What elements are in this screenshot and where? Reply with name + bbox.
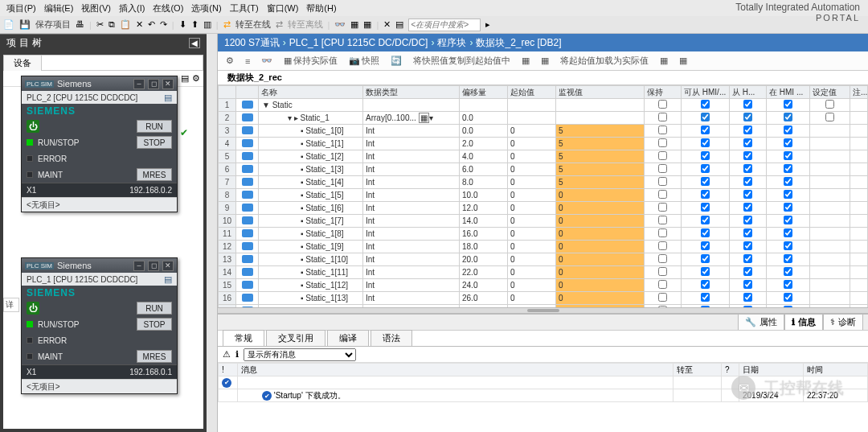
table-row[interactable]: 4▪ Static_1[1]Int2.005 — [219, 138, 868, 150]
run-button[interactable]: RUN — [137, 120, 172, 133]
menu-project[interactable]: 项目(P) — [3, 1, 39, 16]
tb-icon[interactable]: ▦ — [676, 54, 690, 68]
tb-icon[interactable]: ⚙ — [223, 54, 237, 68]
table-row[interactable]: 14▪ Static_1[11]Int22.000 — [219, 266, 868, 279]
filter-icon2[interactable]: ℹ — [235, 349, 239, 360]
tb-icon[interactable]: 🔄 — [387, 54, 405, 68]
col-date[interactable]: 日期 — [739, 364, 804, 376]
msg-tab-xref[interactable]: 交叉引用 — [266, 330, 326, 346]
go-online-button[interactable]: 转至在线 — [235, 19, 271, 31]
msg-tab-compile[interactable]: 编译 — [327, 330, 369, 346]
table-row[interactable]: 6▪ Static_1[3]Int6.005 — [219, 163, 868, 176]
table-row[interactable]: 5▪ Static_1[2]Int4.005 — [219, 150, 868, 163]
crumb-project[interactable]: 1200 S7通讯 — [224, 36, 280, 50]
download-icon[interactable]: ⬇ — [179, 20, 186, 29]
msg-tab-syntax[interactable]: 语法 — [371, 330, 412, 346]
table-row[interactable]: 10▪ Static_1[7]Int14.000 — [219, 215, 868, 228]
col-header[interactable]: 可从 HMI/... — [682, 86, 730, 99]
upload-icon[interactable]: ⬆ — [191, 20, 199, 29]
collapse-strip[interactable] — [207, 34, 218, 432]
keep-actual-button[interactable]: ▦保持实际值 — [280, 53, 341, 68]
filter-icon[interactable]: ⚠ — [223, 349, 231, 360]
redo-icon[interactable]: ↷ — [160, 20, 167, 29]
col-header[interactable] — [219, 86, 236, 99]
close-icon[interactable]: ✕ — [162, 261, 174, 271]
col-header[interactable]: 在 HMI ... — [767, 86, 810, 99]
col-header[interactable]: 偏移量 — [460, 86, 508, 99]
config-icon[interactable]: ▤ — [164, 274, 172, 285]
minimize-icon[interactable]: – — [133, 79, 145, 89]
menu-online[interactable]: 在线(O) — [149, 1, 186, 16]
go-online-icon[interactable]: ⇄ — [223, 20, 231, 29]
message-table[interactable]: ! 消息 转至 ? 日期 时间 ✔ ✔ 'Startup' 下载成功。 2019… — [218, 363, 868, 402]
plcsim-panel-plc1[interactable]: PLC SIM Siemens – ◻ ✕ PLC_1 [CPU 1215C D… — [21, 257, 178, 394]
minimize-icon[interactable]: – — [133, 261, 145, 271]
msg-filter-select[interactable]: 显示所有消息 — [244, 348, 356, 361]
msg-tab-general[interactable]: 常规 — [223, 330, 264, 346]
tb-icon[interactable]: ▦ — [657, 54, 671, 68]
tab-properties[interactable]: 🔧属性 — [738, 314, 784, 331]
col-header[interactable]: 保持 — [645, 86, 682, 99]
table-row[interactable]: 17▪ Static_1[14]Int28.000 — [219, 305, 868, 308]
crumb-db[interactable]: 数据块_2_rec [DB2] — [476, 36, 561, 50]
save-project-button[interactable]: 保存项目 — [35, 19, 71, 31]
db-grid[interactable]: 名称数据类型偏移量起始值监视值保持可从 HMI/...从 H...在 HMI .… — [218, 85, 868, 307]
tb-icon[interactable]: 👓 — [258, 54, 276, 68]
side-row[interactable]: 详 — [3, 298, 19, 312]
compare-icon[interactable]: ▥ — [203, 20, 211, 29]
collapse-left-icon[interactable]: ◀ — [189, 38, 200, 48]
col-header[interactable]: 从 H... — [730, 86, 767, 99]
table-row[interactable]: 7▪ Static_1[4]Int8.005 — [219, 176, 868, 189]
restore-icon[interactable]: ◻ — [148, 261, 159, 271]
col-header[interactable]: 监视值 — [556, 86, 645, 99]
tb-icon[interactable]: ▦ — [518, 54, 533, 68]
table-row[interactable]: 12▪ Static_1[9]Int18.000 — [219, 241, 868, 253]
copy-icon[interactable]: ⧉ — [108, 20, 115, 29]
delete-icon[interactable]: ✕ — [136, 20, 143, 29]
project-search-input[interactable] — [408, 19, 481, 31]
menu-help[interactable]: 帮助(H) — [303, 1, 339, 16]
config-icon[interactable]: ▤ — [164, 93, 172, 103]
tab-info[interactable]: ℹ信息 — [784, 314, 823, 331]
col-header[interactable]: 数据类型 — [363, 86, 460, 99]
stop-button[interactable]: STOP — [137, 318, 172, 331]
table-row[interactable]: 15▪ Static_1[12]Int24.000 — [219, 279, 868, 292]
plcsim-panel-plc2[interactable]: PLC SIM Siemens – ◻ ✕ PLC_2 [CPU 1215C D… — [21, 76, 178, 212]
col-header[interactable]: 注... — [850, 86, 868, 99]
col-msg[interactable]: 消息 — [238, 364, 674, 376]
table-row[interactable]: 8▪ Static_1[5]Int10.000 — [219, 189, 868, 202]
restore-icon[interactable]: ◻ — [148, 79, 159, 89]
splitter[interactable] — [218, 307, 868, 314]
menu-insert[interactable]: 插入(I) — [116, 1, 148, 16]
print-icon[interactable]: 🖶 — [76, 20, 84, 29]
table-row[interactable]: 16▪ Static_1[13]Int26.000 — [219, 292, 868, 305]
close-icon[interactable]: ✕ — [162, 79, 174, 89]
search-next-icon[interactable]: ▸ — [485, 20, 490, 29]
stop-button[interactable]: STOP — [137, 136, 172, 149]
menu-window[interactable]: 窗口(W) — [264, 1, 302, 16]
tb-icon[interactable]: ▦ — [538, 54, 552, 68]
mres-button[interactable]: MRES — [137, 168, 172, 181]
run-button[interactable]: RUN — [137, 302, 172, 315]
layout-icon[interactable]: ▤ — [395, 20, 403, 29]
col-header[interactable]: 设定值 — [810, 86, 850, 99]
tab-diag[interactable]: ⚕诊断 — [823, 314, 863, 331]
tree-config-icon[interactable]: ⚙ — [192, 74, 200, 83]
menu-options[interactable]: 选项(N) — [188, 1, 224, 16]
device-tab[interactable]: 设备 — [4, 56, 42, 71]
table-row[interactable]: 2▾ ▸ Static_1Array[0..100... ▦▾0.0 — [219, 112, 868, 125]
undo-icon[interactable]: ↶ — [148, 20, 155, 29]
menu-tools[interactable]: 工具(T) — [227, 1, 262, 16]
force-icon[interactable]: ▦ — [350, 20, 358, 29]
cut-icon[interactable]: ✂ — [96, 20, 104, 29]
menu-edit[interactable]: 编辑(E) — [41, 1, 77, 16]
table-row[interactable]: 11▪ Static_1[8]Int16.000 — [219, 228, 868, 241]
mres-button[interactable]: MRES — [137, 350, 172, 363]
table-row[interactable]: 13▪ Static_1[10]Int20.000 — [219, 253, 868, 266]
cross-ref-icon[interactable]: ✕ — [383, 20, 391, 29]
new-icon[interactable]: 📄 — [3, 20, 14, 29]
crumb-plc[interactable]: PLC_1 [CPU 1215C DC/DC/DC] — [289, 37, 428, 48]
go-offline-icon[interactable]: ⇄ — [276, 20, 283, 29]
snapshot-button[interactable]: 📷快照 — [346, 53, 383, 68]
crumb-blocks[interactable]: 程序块 — [437, 36, 466, 50]
